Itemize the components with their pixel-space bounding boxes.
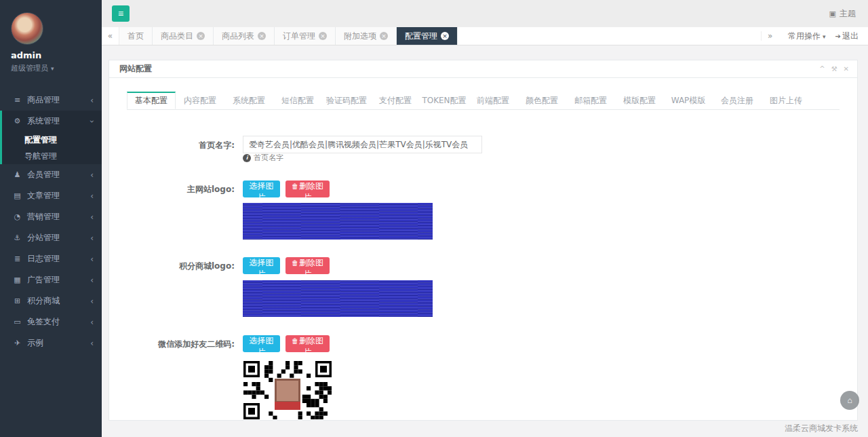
pie-chart-icon: ◔	[12, 212, 22, 221]
close-icon[interactable]: ✕	[844, 65, 849, 73]
tabs-scroll-right-button[interactable]: »	[761, 31, 778, 41]
tab-sms-config[interactable]: 短信配置	[273, 92, 322, 109]
sidebar-item-example[interactable]: ✈ 示例 ‹	[0, 332, 102, 354]
nav-tab-addons[interactable]: 附加选项×	[336, 27, 397, 45]
sidebar-item-payment[interactable]: ▭ 免签支付 ‹	[0, 311, 102, 332]
chevron-left-icon: ‹	[90, 233, 94, 243]
chevron-left-icon: ‹	[90, 170, 94, 180]
wechat-qr-select-button[interactable]: 选择图片	[243, 335, 280, 352]
tab-close-icon[interactable]: ×	[319, 32, 327, 40]
sidebar-item-logs[interactable]: ≣ 日志管理 ‹	[0, 248, 102, 269]
info-icon: i	[243, 154, 251, 162]
points-logo-select-button[interactable]: 选择图片	[243, 257, 280, 274]
credit-card-icon: ▭	[12, 318, 22, 326]
tab-system-config[interactable]: 系统配置	[224, 92, 273, 109]
theme-icon: ▣	[829, 10, 836, 18]
chevron-left-icon: ‹	[90, 212, 94, 222]
tab-token-config[interactable]: TOKEN配置	[420, 92, 469, 109]
tab-basic-config[interactable]: 基本配置	[127, 92, 176, 109]
tab-content-config[interactable]: 内容配置	[176, 92, 224, 109]
sidebar-subitem-nav[interactable]: 导航管理	[2, 148, 102, 164]
logout-button[interactable]: ➔退出	[835, 31, 859, 42]
points-logo-image[interactable]	[243, 280, 433, 317]
trash-icon: 🗑	[292, 337, 298, 345]
list-icon: ≣	[12, 254, 22, 263]
back-to-top-button[interactable]: ⌂	[840, 391, 859, 410]
main-logo-delete-button[interactable]: 🗑删除图片	[285, 180, 330, 197]
sidebar-item-marketing[interactable]: ◔ 营销管理 ‹	[0, 206, 102, 227]
site-config-panel: 网站配置 ^ ⚒ ✕ 基本配置 内容配置 系统配置 短信配置 验证码配置 支付配…	[108, 60, 858, 421]
trash-icon: 🗑	[292, 259, 298, 267]
tab-member-register[interactable]: 会员注册	[713, 92, 762, 109]
top-header: ≡ ▣主题	[102, 0, 868, 27]
sidebar-item-points-mall[interactable]: ⊞ 积分商城 ‹	[0, 290, 102, 311]
sidebar-menu: ≡ 商品管理 ‹ ⚙ 系统管理 ‹ 配置管理 导航管理 ♟ 会员管理 ‹ ▤ 文…	[0, 90, 102, 354]
tab-close-icon[interactable]: ×	[380, 32, 388, 40]
wechat-qr-label: 微信添加好友二维码:	[109, 339, 235, 350]
tab-email-config[interactable]: 邮箱配置	[566, 92, 615, 109]
nav-tab-bar: « 首页 商品类目× 商品列表× 订单管理× 附加选项× 配置管理× » 常用操…	[102, 27, 868, 45]
tab-close-icon[interactable]: ×	[258, 32, 266, 40]
sidebar-item-system[interactable]: ⚙ 系统管理 ‹	[2, 111, 102, 132]
points-logo-delete-button[interactable]: 🗑删除图片	[285, 257, 330, 274]
chevron-left-icon: ‹	[90, 339, 94, 348]
sidebar-group-system: ⚙ 系统管理 ‹ 配置管理 导航管理	[0, 111, 102, 164]
tab-color-config[interactable]: 颜色配置	[517, 92, 566, 109]
panel-title: 网站配置	[119, 63, 152, 75]
chevron-left-icon: ‹	[90, 254, 94, 264]
tab-image-upload[interactable]: 图片上传	[762, 92, 810, 109]
wechat-qr-delete-button[interactable]: 🗑删除图片	[285, 335, 330, 352]
sidebar: admin 超级管理员▾ ≡ 商品管理 ‹ ⚙ 系统管理 ‹ 配置管理 导航管理…	[0, 0, 102, 437]
site-name-hint: i 首页名字	[243, 153, 283, 163]
nav-tab-home[interactable]: 首页	[119, 27, 153, 45]
site-name-label: 首页名字:	[109, 140, 235, 151]
panel-header: 网站配置 ^ ⚒ ✕	[109, 60, 857, 78]
main-area: ≡ ▣主题 « 首页 商品类目× 商品列表× 订单管理× 附加选项× 配置管理×…	[102, 0, 868, 437]
sidebar-item-members[interactable]: ♟ 会员管理 ‹	[0, 164, 102, 185]
user-role-label: 超级管理员	[11, 64, 48, 73]
footer-brand: 温柔云商城发卡系统	[785, 423, 858, 434]
tab-close-icon[interactable]: ×	[197, 32, 205, 40]
chevron-left-icon: ‹	[90, 297, 94, 306]
main-logo-label: 主网站logo:	[109, 184, 235, 195]
tab-payment-config[interactable]: 支付配置	[371, 92, 420, 109]
avatar[interactable]	[11, 12, 43, 45]
sidebar-subitem-config[interactable]: 配置管理	[2, 132, 102, 148]
tab-captcha-config[interactable]: 验证码配置	[322, 92, 371, 109]
tab-close-icon[interactable]: ×	[441, 32, 449, 40]
caret-down-icon: ▾	[823, 33, 826, 40]
wechat-qr-code-image[interactable]	[243, 361, 332, 419]
trash-icon: 🗑	[292, 183, 298, 190]
paper-plane-icon: ✈	[12, 339, 22, 347]
main-logo-select-button[interactable]: 选择图片	[243, 180, 280, 197]
sidebar-toggle-button[interactable]: ≡	[112, 5, 130, 22]
chevron-left-icon: ‹	[90, 318, 94, 327]
common-operations-dropdown[interactable]: 常用操作▾	[788, 31, 826, 42]
tabs-scroll-left-button[interactable]: «	[102, 27, 119, 45]
tab-frontend-config[interactable]: 前端配置	[469, 92, 517, 109]
nav-tab-config[interactable]: 配置管理×	[397, 27, 458, 45]
content-area: 网站配置 ^ ⚒ ✕ 基本配置 内容配置 系统配置 短信配置 验证码配置 支付配…	[102, 46, 868, 437]
points-logo-label: 积分商城logo:	[109, 261, 235, 272]
cart-icon: ⊞	[12, 297, 22, 305]
nav-tab-goods-list[interactable]: 商品列表×	[214, 27, 275, 45]
user-role-dropdown[interactable]: 超级管理员▾	[11, 63, 102, 73]
main-logo-image[interactable]	[243, 203, 433, 240]
wrench-icon[interactable]: ⚒	[831, 65, 837, 73]
tab-wap-template[interactable]: WAP模版	[664, 92, 713, 109]
collapse-icon[interactable]: ^	[819, 65, 825, 73]
chevron-left-icon: ‹	[90, 276, 94, 285]
theme-switcher[interactable]: ▣主题	[829, 8, 856, 20]
nav-tab-orders[interactable]: 订单管理×	[275, 27, 336, 45]
gear-icon: ⚙	[12, 117, 22, 126]
sidebar-item-substation[interactable]: ⚓ 分站管理 ‹	[0, 227, 102, 248]
chevron-left-icon: ‹	[90, 191, 94, 201]
nav-tab-goods-category[interactable]: 商品类目×	[153, 27, 214, 45]
sidebar-item-articles[interactable]: ▤ 文章管理 ‹	[0, 185, 102, 206]
site-name-input[interactable]	[243, 136, 482, 153]
tab-template-config[interactable]: 模版配置	[615, 92, 664, 109]
sign-out-icon: ➔	[835, 33, 841, 40]
sidebar-item-goods[interactable]: ≡ 商品管理 ‹	[0, 90, 102, 111]
files-icon: ▤	[12, 191, 22, 200]
sidebar-item-ads[interactable]: ▦ 广告管理 ‹	[0, 269, 102, 290]
